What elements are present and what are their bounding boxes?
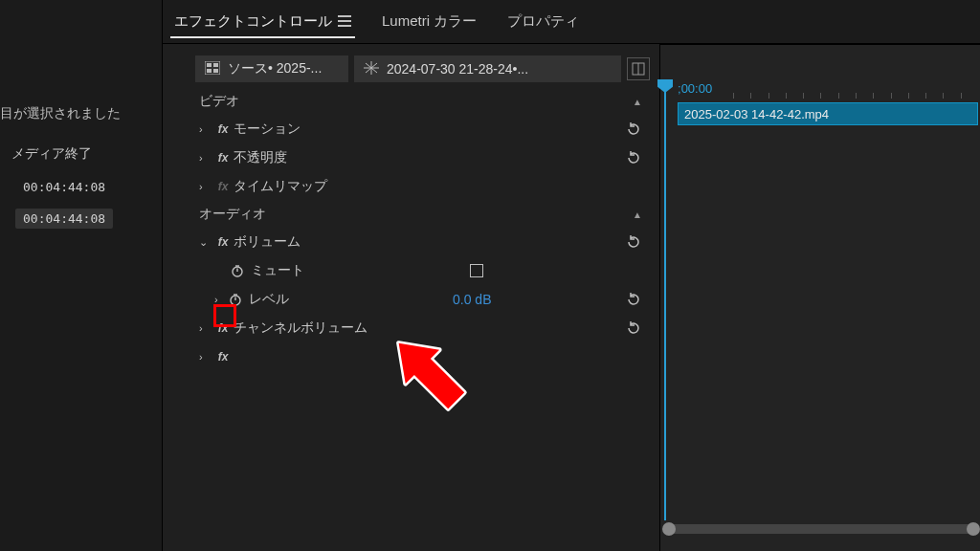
selection-status: 目が選択されました [0,105,163,122]
stopwatch-icon[interactable] [230,263,245,278]
effect-label: 不透明度 [234,149,625,166]
ruler-ticks [733,93,978,102]
effect-volume[interactable]: ⌄ fx ボリューム [195,228,650,256]
source-bar: ソース• 2025-... 2024-07-30 21-28-24•... [195,52,650,86]
reset-icon[interactable] [625,149,642,166]
zoom-knob-left[interactable] [662,522,676,536]
section-audio[interactable]: オーディオ ▲ [195,201,650,228]
show-hide-timeline-button[interactable] [627,57,650,80]
chevron-right-icon: › [199,181,212,192]
fx-icon[interactable]: fx [212,321,234,335]
main-area: エフェクトコントロール Lumetri カラー プロパティ ソース• [163,0,980,551]
fx-icon[interactable]: fx [212,122,234,136]
source-clip-chip[interactable]: 2024-07-30 21-28-24•... [354,55,621,82]
source-clip-label: 2024-07-30 21-28-24•... [387,61,528,77]
hamburger-icon[interactable] [338,15,351,27]
fx-icon[interactable]: fx [212,180,234,193]
svg-rect-2 [213,63,218,67]
svg-rect-3 [207,69,212,73]
source-master-label: ソース• 2025-... [228,60,322,77]
effect-label: チャンネルボリューム [234,320,625,337]
svg-rect-4 [213,69,218,73]
tab-label: Lumetri カラー [382,12,477,31]
reset-icon[interactable] [625,291,642,308]
fx-icon[interactable]: fx [212,235,234,249]
effect-opacity[interactable]: › fx 不透明度 [195,143,650,172]
tab-properties[interactable]: プロパティ [503,7,583,36]
effect-timeline[interactable]: ;00:00 2025-02-03 14-42-42.mp4 [660,44,980,551]
fx-icon[interactable]: fx [212,350,234,364]
fx-icon[interactable]: fx [212,151,234,165]
param-label: レベル [249,291,453,308]
master-clip-icon [205,61,220,77]
effect-time-remap[interactable]: › fx タイムリマップ [195,172,650,201]
param-level[interactable]: › レベル 0.0 dB [195,285,650,314]
source-master-chip[interactable]: ソース• 2025-... [195,55,348,82]
chevron-right-icon: › [199,322,212,334]
param-label: ミュート [251,262,470,279]
tab-effect-controls[interactable]: エフェクトコントロール [170,7,355,38]
tab-label: プロパティ [507,12,579,31]
chevron-right-icon: › [199,351,212,363]
stopwatch-icon[interactable] [228,292,243,307]
collapse-icon: ▲ [633,209,642,220]
section-label: オーディオ [199,206,266,223]
app-root: 目が選択されました メディア終了 00:04:44:08 00:04:44:08… [0,0,980,551]
reset-icon[interactable] [625,320,642,337]
reset-icon[interactable] [625,121,642,138]
section-label: ビデオ [199,93,239,110]
chevron-right-icon: › [214,294,228,305]
effect-controls-panel: ソース• 2025-... 2024-07-30 21-28-24•... ビデ… [163,44,660,551]
collapse-icon: ▲ [633,97,642,107]
clip-label: 2025-02-03 14-42-42.mp4 [684,107,829,121]
mute-checkbox[interactable] [470,264,483,277]
content-row: ソース• 2025-... 2024-07-30 21-28-24•... ビデ… [163,44,980,551]
effect-label: タイムリマップ [234,178,642,195]
horizontal-scrollbar[interactable] [664,524,978,534]
zoom-knob-right[interactable] [967,522,980,536]
effect-hidden[interactable]: › fx [195,342,650,371]
project-sidebar: 目が選択されました メディア終了 00:04:44:08 00:04:44:08 [0,0,163,551]
media-end-label: メディア終了 [11,145,92,163]
svg-rect-1 [207,63,212,67]
chevron-right-icon: › [199,152,212,164]
effect-motion[interactable]: › fx モーション [195,115,650,143]
tab-label: エフェクトコントロール [174,12,332,31]
timecode-value-1[interactable]: 00:04:44:08 [15,177,113,197]
level-value[interactable]: 0.0 dB [453,292,625,307]
tab-lumetri-color[interactable]: Lumetri カラー [378,7,480,36]
reset-icon[interactable] [625,233,642,251]
effect-channel-volume[interactable]: › fx チャンネルボリューム [195,314,650,342]
playhead[interactable] [664,79,666,520]
section-video[interactable]: ビデオ ▲ [195,88,650,115]
chevron-down-icon: ⌄ [199,236,212,249]
effect-label: ボリューム [234,233,625,251]
timecode-value-2[interactable]: 00:04:44:08 [15,209,113,229]
timeline-clip[interactable]: 2025-02-03 14-42-42.mp4 [678,102,978,125]
param-mute[interactable]: ミュート [195,256,650,285]
panel-tabbar: エフェクトコントロール Lumetri カラー プロパティ [163,0,980,44]
effect-label: モーション [234,121,625,138]
clip-icon [364,61,379,77]
playhead-time: ;00:00 [678,81,712,96]
scrollbar-thumb[interactable] [664,524,978,534]
chevron-right-icon: › [199,123,212,135]
